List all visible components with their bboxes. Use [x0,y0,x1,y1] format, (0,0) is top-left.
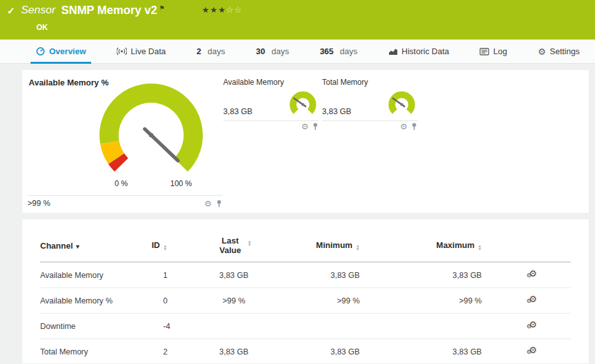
channels-panel: Channel▾ ID▲▼ Last Value▲▼ Minimum▲▼ Max… [22,219,589,363]
sort-down-icon: ▼ [247,243,251,246]
log-list-icon [480,48,489,55]
main-gauge-chart: 0 % 100 % [96,83,207,191]
gear-icon[interactable]: ⚙ [204,200,212,208]
min-cell: 3,83 GB [268,339,390,364]
live-data-icon [117,47,127,55]
max-cell: 3,83 GB [390,339,512,364]
tab-bar: Overview Live Data 2days 30days 365days … [0,40,595,64]
id-cell: 0 [152,288,200,314]
mini-gauge-available-memory: Available Memory 3,83 GB ⚙ [223,78,319,131]
mini-gauge-value: 3,83 GB [322,107,351,120]
last-value-cell [200,314,268,339]
stars-empty: ☆☆ [226,5,242,15]
tab-count: 365 [320,47,334,56]
tab-settings[interactable]: ⚙ Settings [535,40,582,63]
sort-icon: ▲▼ [163,244,167,251]
stars-filled: ★★★ [202,5,226,15]
historic-chart-icon [388,47,398,55]
tab-label: Log [493,47,507,56]
table-row[interactable]: Total Memory 2 3,83 GB 3,83 GB 3,83 GB ⚙… [40,339,571,364]
id-cell: 1 [152,262,200,288]
last-value-cell: 3,83 GB [200,262,268,288]
channel-cell: Available Memory [40,262,152,288]
gauges-panel: Available Memory % 0 % 100 % >99 % ⚙ Ava… [22,70,589,213]
column-header-maximum[interactable]: Maximum▲▼ [390,236,512,262]
tab-label: Settings [550,47,580,56]
tab-365-days[interactable]: 365days [317,40,360,63]
tab-live-data[interactable]: Live Data [114,40,168,63]
sort-down-icon: ▼ [356,247,360,251]
pin-icon[interactable] [216,200,223,208]
channel-settings-icon[interactable]: ⚙⚙ [526,346,539,356]
mini-gauge-title: Available Memory [223,78,319,87]
gear-icon[interactable]: ⚙ [301,122,309,131]
status-badge: OK [36,23,48,32]
mini-gauge-total-memory: Total Memory 3,83 GB ⚙ [322,78,418,131]
column-header-last-value[interactable]: Last Value▲▼ [200,236,268,262]
min-cell [268,314,390,339]
mini-gauge-chart [386,89,418,120]
column-label: Minimum [316,240,353,250]
pin-icon[interactable] [411,122,418,131]
tab-count: 2 [196,47,201,56]
table-row[interactable]: Available Memory % 0 >99 % >99 % >99 % ⚙… [40,288,571,314]
sort-icon: ▲▼ [247,240,251,246]
max-cell [390,314,512,339]
gear-icon: ⚙ [526,273,531,279]
mini-gauge-title: Total Memory [322,78,418,87]
priority-flag-icon[interactable]: ⚑ [159,4,165,11]
mini-gauge-hub [400,103,404,106]
tab-30-days[interactable]: 30days [253,40,291,63]
max-cell: 3,83 GB [390,262,512,288]
column-header-id[interactable]: ID▲▼ [152,236,200,262]
main-gauge-footer: >99 % ⚙ [27,195,223,208]
min-cell: 3,83 GB [268,262,390,288]
column-label: ID [152,240,160,250]
tab-label: Overview [49,47,86,56]
channel-settings-icon[interactable]: ⚙⚙ [526,269,539,279]
gauge-max-label: 100 % [170,179,192,188]
gauge-needle-hub [149,133,154,138]
tab-count: 30 [256,47,265,56]
caret-down-icon: ▾ [76,243,79,250]
id-cell: 2 [152,339,200,364]
channel-cell: Downtime [40,314,152,339]
id-cell: -4 [152,314,200,339]
channel-cell: Available Memory % [40,288,152,314]
column-header-channel[interactable]: Channel▾ [40,236,152,262]
column-header-minimum[interactable]: Minimum▲▼ [268,236,390,262]
pin-icon[interactable] [312,122,319,131]
sensor-header: ✓ Sensor SNMP Memory v2 ⚑ ★★★☆☆ OK [0,0,595,40]
channels-table: Channel▾ ID▲▼ Last Value▲▼ Minimum▲▼ Max… [40,236,571,364]
tab-historic-data[interactable]: Historic Data [386,40,452,63]
tab-overview[interactable]: Overview [33,40,89,63]
column-label: Last Value [216,236,244,255]
settings-gear-icon: ⚙ [538,47,546,56]
mini-gauge-hub [302,103,305,106]
status-check-icon: ✓ [7,5,15,17]
gear-icon: ⚙ [526,298,531,304]
tab-log[interactable]: Log [477,40,510,63]
channel-settings-icon[interactable]: ⚙⚙ [526,295,539,305]
page-title: SNMP Memory v2 [61,4,158,17]
max-cell: >99 % [390,288,512,314]
channel-settings-icon[interactable]: ⚙⚙ [526,320,539,330]
sort-icon: ▲▼ [356,244,360,251]
mini-gauge-value: 3,83 GB [223,107,253,120]
column-label: Channel [40,241,73,251]
min-cell: >99 % [268,288,390,314]
gear-icon: ⚙ [526,324,531,330]
table-row[interactable]: Downtime -4 ⚙⚙ [40,314,571,339]
gear-icon: ⚙ [526,349,531,355]
table-row[interactable]: Available Memory 1 3,83 GB 3,83 GB 3,83 … [40,262,571,288]
sensor-kind-label: Sensor [21,4,55,17]
tab-label: Historic Data [402,47,449,56]
sort-icon: ▲▼ [478,244,481,251]
tab-label: days [272,47,289,56]
gauge-segment-yellow [110,143,116,159]
tab-2-days[interactable]: 2days [194,40,228,63]
gauge-min-label: 0 % [115,179,128,188]
priority-stars[interactable]: ★★★☆☆ [202,5,242,15]
gear-icon[interactable]: ⚙ [400,122,408,131]
column-label: Maximum [436,240,474,250]
